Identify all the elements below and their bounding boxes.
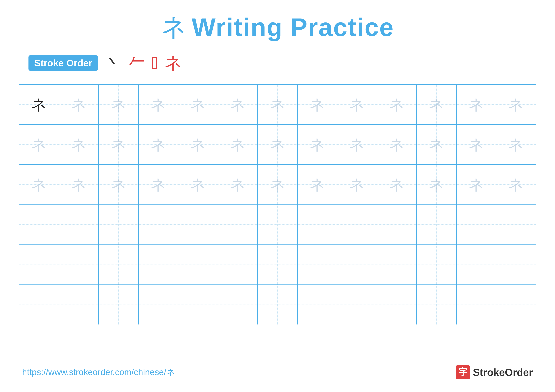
- grid-cell[interactable]: ネ: [99, 165, 139, 204]
- grid-cell[interactable]: [139, 205, 178, 244]
- grid-cell[interactable]: ネ: [59, 85, 99, 124]
- grid-cell[interactable]: [178, 245, 218, 285]
- grid-cell[interactable]: [496, 245, 536, 285]
- grid-cell[interactable]: [178, 285, 218, 324]
- grid-cell[interactable]: ネ: [457, 125, 496, 164]
- grid-row: [19, 285, 536, 324]
- footer-logo: 字 StrokeOrder: [456, 365, 533, 379]
- grid-cell[interactable]: [417, 205, 456, 244]
- brand-name: StrokeOrder: [473, 366, 533, 378]
- stroke-order-badge: Stroke Order: [29, 55, 98, 71]
- grid-cell[interactable]: [19, 205, 59, 244]
- grid-cell[interactable]: [218, 205, 258, 244]
- practice-char: ネ: [508, 177, 524, 192]
- grid-row: [19, 245, 536, 285]
- grid-cell[interactable]: ネ: [417, 165, 456, 204]
- practice-char: ネ: [310, 97, 325, 112]
- grid-cell[interactable]: ネ: [496, 165, 536, 204]
- grid-cell[interactable]: ネ: [139, 165, 178, 204]
- title-row: ネ Writing Practice: [19, 13, 536, 42]
- grid-cell[interactable]: [99, 245, 139, 285]
- grid-cell[interactable]: [298, 205, 337, 244]
- grid-cell[interactable]: [337, 285, 377, 324]
- grid-cell[interactable]: ネ: [178, 85, 218, 124]
- grid-cell[interactable]: [258, 285, 297, 324]
- grid-cell[interactable]: [457, 205, 496, 244]
- practice-char: ネ: [270, 97, 285, 112]
- grid-cell[interactable]: [19, 285, 59, 324]
- grid-cell[interactable]: [59, 205, 99, 244]
- grid-cell[interactable]: [218, 245, 258, 285]
- grid-cell[interactable]: [139, 245, 178, 285]
- practice-char: ネ: [190, 177, 206, 192]
- grid-cell[interactable]: [417, 245, 456, 285]
- practice-char: ネ: [151, 177, 166, 192]
- grid-cell[interactable]: [377, 205, 417, 244]
- grid-cell[interactable]: ネ: [258, 165, 297, 204]
- grid-cell[interactable]: ネ: [377, 165, 417, 204]
- grid-cell[interactable]: ネ: [337, 85, 377, 124]
- grid-cell[interactable]: [377, 245, 417, 285]
- grid-cell[interactable]: ネ: [99, 125, 139, 164]
- grid-cell[interactable]: ネ: [377, 85, 417, 124]
- grid-cell[interactable]: [139, 285, 178, 324]
- practice-char: ネ: [389, 137, 404, 152]
- grid-cell[interactable]: ネ: [59, 165, 99, 204]
- practice-char: ネ: [71, 177, 86, 192]
- grid-cell[interactable]: ネ: [298, 125, 337, 164]
- grid-cell[interactable]: ネ: [139, 85, 178, 124]
- grid-cell[interactable]: ネ: [258, 125, 297, 164]
- grid-cell[interactable]: ネ: [99, 85, 139, 124]
- grid-cell[interactable]: [496, 205, 536, 244]
- grid-cell[interactable]: [457, 285, 496, 324]
- grid-cell[interactable]: [417, 285, 456, 324]
- grid-cell[interactable]: [377, 285, 417, 324]
- grid-cell[interactable]: ネ: [178, 165, 218, 204]
- grid-row: ネネネネネネネネネネネネネ: [19, 85, 536, 125]
- grid-cell[interactable]: [298, 285, 337, 324]
- grid-cell[interactable]: ネ: [417, 125, 456, 164]
- grid-cell[interactable]: [99, 205, 139, 244]
- grid-cell[interactable]: [178, 205, 218, 244]
- practice-char: ネ: [508, 97, 524, 112]
- grid-cell[interactable]: ネ: [337, 125, 377, 164]
- grid-cell[interactable]: ネ: [178, 125, 218, 164]
- practice-char: ネ: [310, 177, 325, 192]
- grid-cell[interactable]: ネ: [298, 85, 337, 124]
- practice-char: ネ: [469, 137, 484, 152]
- grid-cell[interactable]: ネ: [218, 125, 258, 164]
- grid-cell[interactable]: ネ: [417, 85, 456, 124]
- grid-cell[interactable]: [457, 245, 496, 285]
- grid-row: [19, 205, 536, 245]
- grid-cell[interactable]: ネ: [218, 165, 258, 204]
- grid-cell[interactable]: ネ: [457, 85, 496, 124]
- grid-cell[interactable]: [337, 245, 377, 285]
- grid-cell[interactable]: [337, 205, 377, 244]
- grid-cell[interactable]: ネ: [337, 165, 377, 204]
- grid-cell[interactable]: [218, 285, 258, 324]
- grid-cell[interactable]: ネ: [496, 125, 536, 164]
- grid-cell[interactable]: [99, 285, 139, 324]
- grid-cell[interactable]: ネ: [457, 165, 496, 204]
- grid-cell[interactable]: [59, 245, 99, 285]
- grid-cell[interactable]: ネ: [298, 165, 337, 204]
- grid-cell[interactable]: ネ: [377, 125, 417, 164]
- grid-cell[interactable]: ネ: [496, 85, 536, 124]
- grid-cell[interactable]: ネ: [258, 85, 297, 124]
- stroke-2: 𠂉: [128, 53, 145, 73]
- practice-char: ネ: [111, 97, 126, 112]
- grid-cell[interactable]: ネ: [218, 85, 258, 124]
- grid-cell[interactable]: [298, 245, 337, 285]
- grid-cell[interactable]: [59, 285, 99, 324]
- grid-cell[interactable]: ネ: [19, 165, 59, 204]
- practice-char: ネ: [111, 177, 126, 192]
- grid-cell[interactable]: [258, 205, 297, 244]
- grid-cell[interactable]: [258, 245, 297, 285]
- practice-char: ネ: [389, 97, 404, 112]
- grid-cell[interactable]: ネ: [139, 125, 178, 164]
- grid-cell[interactable]: ネ: [19, 85, 59, 124]
- grid-cell[interactable]: [496, 285, 536, 324]
- grid-cell[interactable]: ネ: [19, 125, 59, 164]
- grid-cell[interactable]: [19, 245, 59, 285]
- grid-cell[interactable]: ネ: [59, 125, 99, 164]
